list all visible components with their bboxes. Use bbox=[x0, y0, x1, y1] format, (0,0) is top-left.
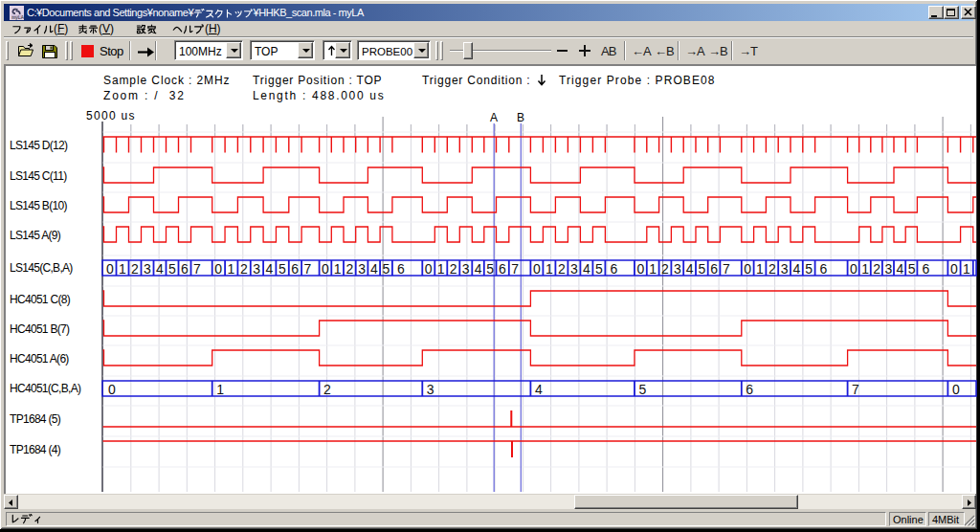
svg-text:6: 6 bbox=[710, 261, 718, 277]
svg-text:3: 3 bbox=[253, 261, 260, 277]
svg-text:1: 1 bbox=[437, 261, 445, 277]
svg-text:7: 7 bbox=[304, 261, 312, 277]
svg-text:5: 5 bbox=[595, 261, 603, 277]
svg-text:7: 7 bbox=[511, 261, 519, 277]
svg-text:0: 0 bbox=[108, 382, 116, 397]
svg-text:1: 1 bbox=[334, 261, 342, 277]
svg-text:3: 3 bbox=[358, 261, 366, 277]
svg-text:0: 0 bbox=[533, 261, 541, 277]
svg-text:6: 6 bbox=[499, 261, 506, 277]
svg-text:6: 6 bbox=[610, 261, 617, 277]
svg-text:3: 3 bbox=[781, 261, 789, 277]
svg-text:6: 6 bbox=[181, 261, 189, 277]
svg-text:1: 1 bbox=[119, 261, 126, 277]
svg-text:6: 6 bbox=[291, 261, 299, 277]
svg-text:0: 0 bbox=[425, 261, 433, 277]
svg-text:2: 2 bbox=[131, 261, 139, 277]
svg-text:0: 0 bbox=[850, 261, 858, 277]
svg-text:1: 1 bbox=[228, 261, 235, 277]
svg-text:0: 0 bbox=[952, 382, 960, 397]
svg-text:5: 5 bbox=[383, 261, 390, 277]
svg-text:0: 0 bbox=[637, 261, 645, 277]
svg-text:5: 5 bbox=[699, 261, 706, 277]
svg-text:6: 6 bbox=[746, 382, 753, 397]
svg-text:3: 3 bbox=[144, 261, 151, 277]
svg-text:7: 7 bbox=[723, 261, 730, 277]
svg-text:4: 4 bbox=[370, 261, 378, 277]
svg-text:0: 0 bbox=[322, 261, 329, 277]
svg-text:5: 5 bbox=[908, 261, 916, 277]
svg-text:4: 4 bbox=[156, 261, 164, 277]
svg-text:3: 3 bbox=[884, 261, 892, 277]
svg-text:5: 5 bbox=[278, 261, 286, 277]
svg-text:5: 5 bbox=[168, 261, 176, 277]
svg-text:2: 2 bbox=[558, 261, 566, 277]
svg-text:2: 2 bbox=[873, 261, 880, 277]
svg-text:1: 1 bbox=[756, 261, 764, 277]
svg-text:0: 0 bbox=[950, 261, 958, 277]
svg-text:4: 4 bbox=[535, 382, 543, 397]
svg-text:4: 4 bbox=[475, 261, 482, 277]
svg-text:2: 2 bbox=[450, 261, 457, 277]
svg-text:5: 5 bbox=[639, 382, 647, 397]
svg-text:1: 1 bbox=[861, 261, 869, 277]
svg-text:3: 3 bbox=[570, 261, 578, 277]
svg-text:1: 1 bbox=[216, 382, 224, 397]
svg-text:2: 2 bbox=[240, 261, 248, 277]
svg-text:3: 3 bbox=[674, 261, 681, 277]
svg-text:0: 0 bbox=[106, 261, 114, 277]
svg-text:4: 4 bbox=[583, 261, 590, 277]
svg-text:2: 2 bbox=[768, 261, 776, 277]
svg-text:6: 6 bbox=[820, 261, 828, 277]
svg-text:2: 2 bbox=[346, 261, 354, 277]
svg-text:4: 4 bbox=[793, 261, 801, 277]
svg-text:1: 1 bbox=[649, 261, 657, 277]
svg-text:2: 2 bbox=[323, 382, 331, 397]
svg-text:1: 1 bbox=[546, 261, 553, 277]
svg-text:2: 2 bbox=[661, 261, 669, 277]
svg-text:1: 1 bbox=[963, 261, 970, 277]
svg-text:4: 4 bbox=[897, 261, 904, 277]
svg-text:4: 4 bbox=[266, 261, 274, 277]
svg-text:0: 0 bbox=[214, 261, 222, 277]
svg-text:3: 3 bbox=[462, 261, 470, 277]
svg-text:6: 6 bbox=[397, 261, 405, 277]
svg-text:3: 3 bbox=[427, 382, 434, 397]
svg-text:7: 7 bbox=[852, 382, 859, 397]
svg-text:7: 7 bbox=[193, 261, 201, 277]
svg-text:0: 0 bbox=[744, 261, 751, 277]
svg-text:5: 5 bbox=[486, 261, 494, 277]
svg-text:5: 5 bbox=[805, 261, 813, 277]
svg-text:6: 6 bbox=[922, 261, 929, 277]
svg-text:4: 4 bbox=[686, 261, 694, 277]
